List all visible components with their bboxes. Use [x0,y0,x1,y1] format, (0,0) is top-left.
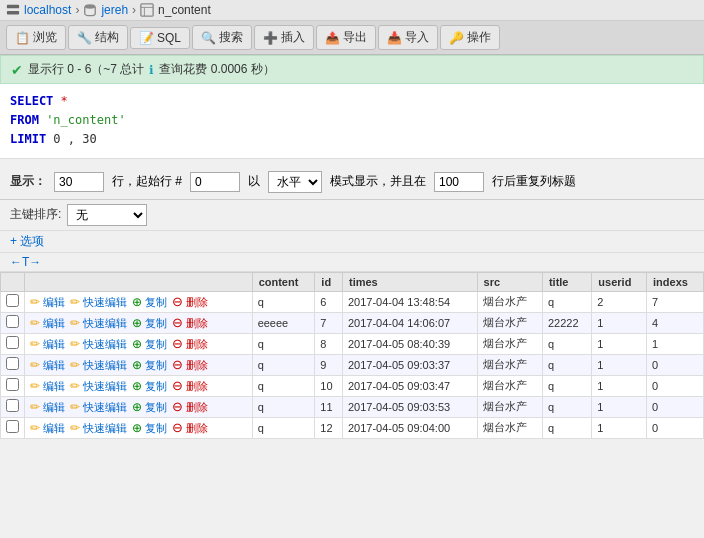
cell-times: 2017-04-05 09:03:47 [342,375,477,396]
table-row: ✏ 编辑 ✏ 快速编辑 ⊕ 复制 ⊖ 删除 q82017-04-05 08:40… [1,333,704,354]
row-checkbox[interactable] [6,399,19,412]
row-checkbox[interactable] [6,315,19,328]
copy-link[interactable]: 复制 [145,401,167,413]
pencil-icon[interactable]: ✏ [30,421,40,435]
svg-point-2 [85,4,96,8]
copy-icon[interactable]: ⊕ [132,379,142,393]
sort-select[interactable]: 无升序降序 [67,204,147,226]
quick-edit-link[interactable]: 快速编辑 [83,338,127,350]
title-bar: localhost › jereh › n_content [0,0,704,21]
delete-link[interactable]: 删除 [186,422,208,434]
quick-edit-icon[interactable]: ✏ [70,295,80,309]
copy-icon[interactable]: ⊕ [132,421,142,435]
delete-circle-icon[interactable]: ⊖ [172,315,183,330]
delete-link[interactable]: 删除 [186,296,208,308]
export-btn[interactable]: 📤 导出 [316,25,376,50]
copy-icon[interactable]: ⊕ [132,316,142,330]
start-input[interactable] [190,172,240,192]
delete-link[interactable]: 删除 [186,317,208,329]
copy-icon[interactable]: ⊕ [132,358,142,372]
quick-edit-icon[interactable]: ✏ [70,337,80,351]
host-link[interactable]: localhost [24,3,71,17]
quick-edit-icon[interactable]: ✏ [70,400,80,414]
copy-icon[interactable]: ⊕ [132,295,142,309]
quick-edit-icon[interactable]: ✏ [70,316,80,330]
row-checkbox-cell [1,354,25,375]
pencil-icon[interactable]: ✏ [30,379,40,393]
show-label: 显示： [10,173,46,190]
table-nav: ←T→ [0,253,704,272]
operations-btn[interactable]: 🔑 操作 [440,25,500,50]
delete-circle-icon[interactable]: ⊖ [172,420,183,435]
edit-link[interactable]: 编辑 [43,359,65,371]
rows-input[interactable] [54,172,104,192]
row-checkbox-cell [1,375,25,396]
delete-circle-icon[interactable]: ⊖ [172,378,183,393]
pencil-icon[interactable]: ✏ [30,358,40,372]
quick-edit-icon[interactable]: ✏ [70,379,80,393]
delete-link[interactable]: 删除 [186,401,208,413]
row-checkbox[interactable] [6,357,19,370]
quick-edit-link[interactable]: 快速编辑 [83,401,127,413]
cell-title: q [542,333,591,354]
cell-times: 2017-04-05 09:04:00 [342,417,477,438]
edit-link[interactable]: 编辑 [43,338,65,350]
repeat-input[interactable] [434,172,484,192]
copy-link[interactable]: 复制 [145,338,167,350]
table-row: ✏ 编辑 ✏ 快速编辑 ⊕ 复制 ⊖ 删除 q102017-04-05 09:0… [1,375,704,396]
delete-circle-icon[interactable]: ⊖ [172,336,183,351]
copy-icon[interactable]: ⊕ [132,337,142,351]
col-src: src [477,272,542,291]
options-link[interactable]: + 选项 [10,234,44,248]
structure-btn[interactable]: 🔧 结构 [68,25,128,50]
cell-content: eeeee [252,312,315,333]
edit-link[interactable]: 编辑 [43,422,65,434]
delete-circle-icon[interactable]: ⊖ [172,399,183,414]
insert-btn[interactable]: ➕ 插入 [254,25,314,50]
delete-link[interactable]: 删除 [186,338,208,350]
edit-link[interactable]: 编辑 [43,296,65,308]
table-wrapper: content id times src title userid indexs… [0,272,704,439]
copy-link[interactable]: 复制 [145,296,167,308]
pencil-icon[interactable]: ✏ [30,316,40,330]
pencil-icon[interactable]: ✏ [30,337,40,351]
edit-link[interactable]: 编辑 [43,401,65,413]
cell-title: 22222 [542,312,591,333]
browse-btn[interactable]: 📋 浏览 [6,25,66,50]
import-btn[interactable]: 📥 导入 [378,25,438,50]
copy-link[interactable]: 复制 [145,422,167,434]
row-checkbox[interactable] [6,420,19,433]
pencil-icon[interactable]: ✏ [30,295,40,309]
pencil-icon[interactable]: ✏ [30,400,40,414]
search-btn[interactable]: 🔍 搜索 [192,25,252,50]
delete-circle-icon[interactable]: ⊖ [172,294,183,309]
quick-edit-link[interactable]: 快速编辑 [83,380,127,392]
sql-from-kw: FROM [10,113,39,127]
row-checkbox[interactable] [6,294,19,307]
links-row: + 选项 [0,231,704,253]
copy-link[interactable]: 复制 [145,359,167,371]
data-table: content id times src title userid indexs… [0,272,704,439]
delete-link[interactable]: 删除 [186,359,208,371]
copy-link[interactable]: 复制 [145,380,167,392]
quick-edit-link[interactable]: 快速编辑 [83,422,127,434]
copy-icon[interactable]: ⊕ [132,400,142,414]
row-checkbox[interactable] [6,378,19,391]
delete-circle-icon[interactable]: ⊖ [172,357,183,372]
sql-btn[interactable]: 📝 SQL [130,27,190,49]
quick-edit-link[interactable]: 快速编辑 [83,359,127,371]
edit-link[interactable]: 编辑 [43,380,65,392]
quick-edit-icon[interactable]: ✏ [70,358,80,372]
edit-link[interactable]: 编辑 [43,317,65,329]
cell-times: 2017-04-05 09:03:37 [342,354,477,375]
mode-select[interactable]: 水平垂直 [268,171,322,193]
db-link[interactable]: jereh [101,3,128,17]
row-checkbox-cell [1,417,25,438]
quick-edit-icon[interactable]: ✏ [70,421,80,435]
row-checkbox[interactable] [6,336,19,349]
quick-edit-link[interactable]: 快速编辑 [83,296,127,308]
delete-link[interactable]: 删除 [186,380,208,392]
nav-arrows[interactable]: ←T→ [10,255,41,269]
copy-link[interactable]: 复制 [145,317,167,329]
quick-edit-link[interactable]: 快速编辑 [83,317,127,329]
